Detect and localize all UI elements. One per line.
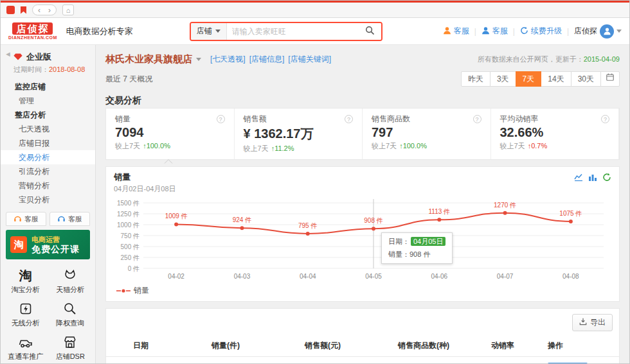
stat-change: ↑11.2%	[271, 144, 294, 152]
line-chart-icon[interactable]	[574, 173, 583, 182]
forward-button[interactable]: ›	[48, 6, 51, 14]
table-row: 1. 2015-04-08 1075 ¥ 206.33万 354 33.05% …	[106, 357, 619, 364]
app-logo[interactable]: 店侦探 DIANZHENTAN.COM	[8, 22, 57, 40]
col-products: 销售商品数(种)	[394, 335, 487, 357]
separator: |	[474, 27, 476, 36]
svg-text:1113 件: 1113 件	[429, 208, 451, 215]
browser-toolbar: ‹ › ⌂	[1, 3, 629, 18]
sidebar-item-item-analysis[interactable]: 宝贝分析	[1, 193, 95, 207]
person-icon-orange	[443, 26, 451, 37]
sidebar-item-traffic-analysis[interactable]: 引流分析	[1, 164, 95, 178]
tool-tmall-analysis[interactable]: 天猫分析	[48, 263, 93, 296]
range-button-yesterday[interactable]: 昨天	[461, 71, 491, 87]
tool-label: 降权查询	[56, 318, 84, 328]
svg-text:1250 件: 1250 件	[117, 211, 140, 218]
stat-value: 797	[372, 125, 482, 140]
export-label: 导出	[590, 317, 606, 328]
bar-chart-icon[interactable]	[588, 173, 597, 182]
browser-app-icon[interactable]	[6, 6, 15, 14]
col-sales: 销量(件)	[208, 335, 301, 357]
service-tab-blue[interactable]: 客服	[50, 212, 90, 226]
tooltip-date-label: 日期：	[388, 238, 410, 245]
tool-wireless-analysis[interactable]: 无线分析	[3, 296, 48, 329]
header-right-nav: 客服 | 客服 | 续费升级 | 店侦探	[443, 24, 622, 39]
lightning-icon	[18, 300, 33, 317]
cell-rate: 33.05%	[487, 357, 544, 364]
svg-text:0 件: 0 件	[128, 265, 140, 272]
search-input[interactable]	[227, 23, 359, 40]
stat-card-sales-amount[interactable]: 销售额? ¥ 1362.17万 较上7天↑11.2%	[235, 108, 363, 159]
stat-card-sales-volume[interactable]: 销量? 7094 较上7天↑100.0%	[106, 108, 235, 159]
sidebar-item-seven-day-view[interactable]: 七天透视	[1, 122, 95, 136]
sales-line-chart-svg: 1500 件1250 件1000 件750 件500 件250 件0 件1009…	[114, 195, 614, 282]
stat-card-sell-through-rate[interactable]: 平均动销率? 32.66% 较上7天↑0.7%	[491, 108, 620, 159]
svg-text:795 件: 795 件	[298, 222, 317, 229]
range-button-3d[interactable]: 3天	[490, 71, 516, 87]
stat-compare-label: 较上7天	[115, 142, 140, 150]
svg-text:1009 件: 1009 件	[165, 212, 188, 220]
link-shop-keywords[interactable]: [店铺关键词]	[288, 54, 331, 65]
calendar-button[interactable]	[600, 71, 620, 87]
renew-upgrade-link[interactable]: 续费升级	[520, 26, 562, 37]
taobao-course-banner[interactable]: 淘 电商运营 免费公开课	[6, 230, 90, 259]
table-header-row: 日期 销量(件) 销售额(元) 销售商品数(种) 动销率 操作	[106, 335, 619, 357]
svg-text:924 件: 924 件	[233, 216, 251, 223]
stat-card-product-count[interactable]: 销售商品数? 797 较上7天↑100.0%	[363, 108, 491, 159]
range-button-7d[interactable]: 7天	[516, 71, 542, 87]
range-button-14d[interactable]: 14天	[541, 71, 571, 87]
sidebar-item-shop-daily-report[interactable]: 店铺日报	[1, 136, 95, 150]
upgrade-icon	[520, 26, 528, 37]
stat-label: 平均动销率	[500, 114, 539, 125]
help-icon[interactable]: ?	[601, 115, 609, 123]
search-button[interactable]	[359, 23, 381, 40]
sidebar-item-trade-analysis[interactable]: 交易分析	[1, 150, 95, 164]
customer-service-label-1: 客服	[454, 26, 469, 37]
link-shop-info[interactable]: [店铺信息]	[249, 54, 285, 65]
account-menu[interactable]: 店侦探	[574, 24, 622, 39]
daily-data-table: 日期 销量(件) 销售额(元) 销售商品数(种) 动销率 操作 1. 2015-…	[106, 335, 619, 363]
shop-name[interactable]: 林氏木业家具旗舰店	[105, 53, 192, 65]
sidebar-item-whole-store-analysis[interactable]: 整店分析	[1, 108, 95, 122]
home-button[interactable]: ⌂	[62, 4, 74, 15]
stat-compare-label: 较上7天	[500, 142, 525, 150]
customer-service-link-2[interactable]: 客服	[482, 26, 508, 37]
view-details-button[interactable]: 查看详情	[548, 363, 588, 363]
range-button-30d[interactable]: 30天	[571, 71, 601, 87]
app-window: ‹ › ⌂ 店侦探 DIANZHENTAN.COM 电商数据分析专家 店铺	[0, 0, 630, 364]
help-icon[interactable]: ?	[473, 115, 482, 123]
sales-chart[interactable]: 1500 件1250 件1000 件750 件500 件250 件0 件1009…	[114, 195, 611, 285]
help-icon[interactable]: ?	[345, 115, 353, 123]
logo-domain: DIANZHENTAN.COM	[8, 35, 57, 40]
export-button[interactable]: 导出	[572, 314, 613, 331]
cell-amount: ¥ 206.33万	[301, 357, 394, 364]
svg-text:1075 件: 1075 件	[559, 210, 582, 217]
cell-index: 1.	[106, 357, 129, 364]
tool-zhitongche-promotion[interactable]: 直通车推广	[3, 329, 48, 363]
svg-text:04-05: 04-05	[365, 273, 382, 280]
tool-label: 直通车推广	[8, 352, 43, 361]
service-tab-orange[interactable]: 客服	[6, 212, 46, 226]
overview-label: 最近 7 天概况	[105, 74, 152, 85]
sidebar-item-manage[interactable]: 管理	[1, 94, 95, 108]
help-icon[interactable]: ?	[217, 115, 225, 123]
search-category-dropdown[interactable]: 店铺	[191, 23, 227, 40]
chart-legend: 销量	[114, 285, 611, 299]
customer-service-link-1[interactable]: 客服	[443, 26, 469, 37]
tool-shop-dsr[interactable]: 店铺DSR	[48, 329, 93, 363]
refresh-icon[interactable]	[602, 173, 611, 182]
tool-label: 无线分析	[12, 318, 40, 328]
sidebar-item-marketing-analysis[interactable]: 营销分析	[1, 178, 95, 193]
chevron-down-icon[interactable]	[196, 58, 201, 61]
sidebar-item-monitored-shops[interactable]: 监控店铺	[1, 80, 95, 94]
link-seven-day-view[interactable]: [七天透视]	[210, 54, 246, 65]
sidebar-collapse-icon[interactable]: ◄	[4, 51, 12, 58]
tool-demotion-check[interactable]: 降权查询	[48, 296, 93, 329]
tool-taobao-analysis[interactable]: 淘 淘宝分析	[3, 263, 48, 296]
storefront-icon	[62, 334, 78, 351]
bookmark-icon[interactable]	[21, 6, 26, 14]
customer-service-label-2: 客服	[492, 26, 508, 37]
back-button[interactable]: ‹	[38, 6, 40, 14]
service-tab-label: 客服	[24, 214, 39, 224]
svg-text:04-08: 04-08	[562, 273, 579, 280]
logo-title: 店侦探	[12, 22, 53, 35]
